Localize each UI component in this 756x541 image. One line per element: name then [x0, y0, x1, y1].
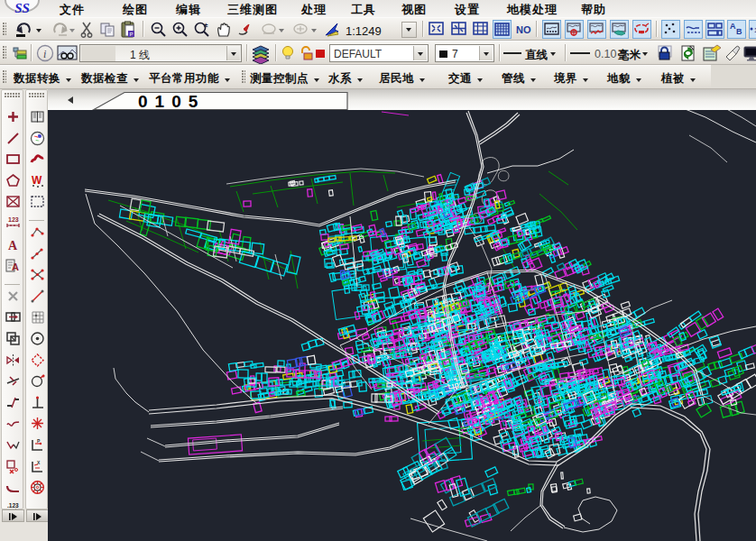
svg-text:P: P	[130, 32, 134, 37]
svg-text:A: A	[12, 261, 19, 272]
svg-text:.123: .123	[7, 502, 19, 509]
svg-text:W: W	[32, 174, 42, 187]
svg-text:±: ±	[204, 21, 208, 29]
svg-text:A: A	[8, 239, 18, 252]
svg-text:123: 123	[8, 216, 19, 223]
svg-text:A: A	[730, 22, 736, 31]
svg-text:B: B	[736, 27, 742, 36]
svg-text:X: X	[37, 460, 41, 465]
svg-text:i: i	[43, 48, 46, 60]
